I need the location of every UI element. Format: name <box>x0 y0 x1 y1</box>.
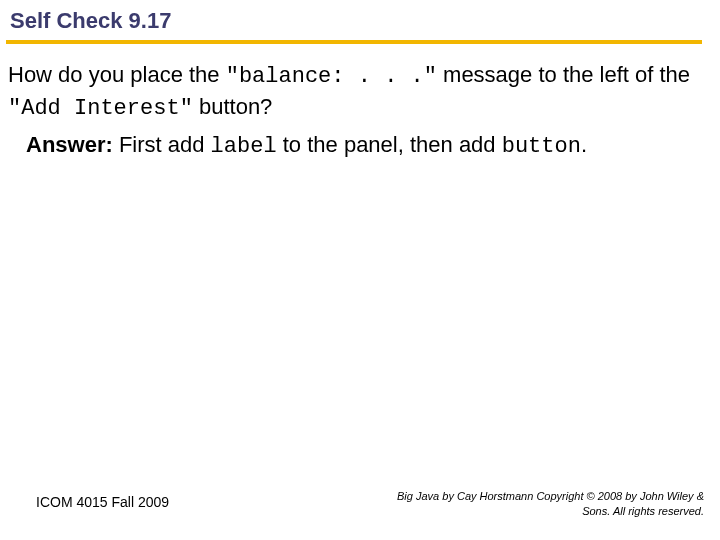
answer-part-1: First add <box>113 132 211 157</box>
footer-left: ICOM 4015 Fall 2009 <box>36 494 169 510</box>
code-balance: "balance: . . ." <box>226 64 437 89</box>
footer-right: Big Java by Cay Horstmann Copyright © 20… <box>384 489 704 518</box>
answer-part-2: to the panel, then add <box>277 132 502 157</box>
answer-label: Answer: <box>26 132 113 157</box>
title-underline <box>6 40 702 44</box>
question-part-2: message to the left of the <box>437 62 690 87</box>
answer-part-3: . <box>581 132 587 157</box>
code-add-interest: "Add Interest" <box>8 96 193 121</box>
question-part-1: How do you place the <box>8 62 226 87</box>
question-part-3: button? <box>193 94 273 119</box>
page-title: Self Check 9.17 <box>10 8 171 34</box>
slide: Self Check 9.17 How do you place the "ba… <box>0 0 720 540</box>
answer-text: Answer: First add label to the panel, th… <box>26 130 706 162</box>
code-label: label <box>211 134 277 159</box>
code-button: button <box>502 134 581 159</box>
question-text: How do you place the "balance: . . ." me… <box>8 60 712 123</box>
